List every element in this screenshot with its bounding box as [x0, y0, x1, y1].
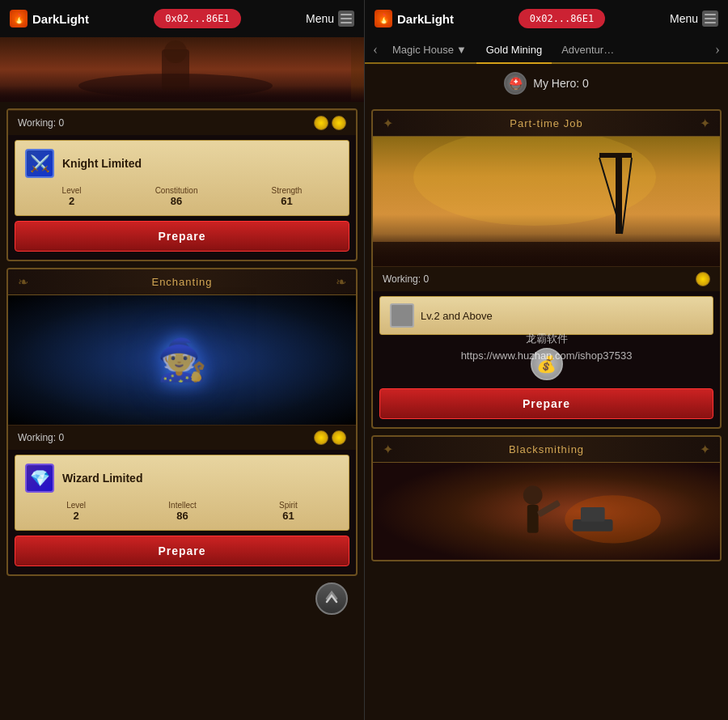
left-banner-art	[0, 37, 351, 102]
scroll-area	[0, 582, 364, 631]
menu-button-left[interactable]: Menu	[306, 11, 354, 27]
part-time-job-section: ✦ Part-time Job ✦	[371, 109, 722, 429]
svg-rect-7	[599, 153, 632, 158]
scroll-up-button[interactable]	[315, 582, 348, 615]
enchanting-title: Enchanting	[28, 276, 336, 288]
svg-rect-16	[527, 505, 539, 533]
wizard-stats: Level 2 Intellect 86 Spirit 61	[25, 501, 339, 522]
bs-ornament-left: ✦	[383, 442, 393, 457]
blacksmithing-header: ✦ Blacksmithing ✦	[373, 437, 720, 463]
brand-left: 🔥 DarkLight	[10, 10, 89, 28]
menu-label-left: Menu	[306, 12, 334, 25]
part-time-job-header: ✦ Part-time Job ✦	[373, 111, 720, 137]
ptj-coin-icons	[696, 272, 710, 286]
mining-art	[373, 137, 722, 266]
ptj-working-bar: Working: 0	[373, 266, 720, 291]
svg-rect-14	[581, 507, 605, 522]
svg-rect-10	[373, 242, 722, 266]
knight-name: Knight Limited	[62, 157, 142, 170]
knight-prepare-button[interactable]: Prepare	[15, 221, 349, 252]
reward-bag-icon: 💰	[531, 348, 563, 380]
wizard-stat-level: Level 2	[66, 501, 86, 522]
level-requirement: Lv.2 and Above	[379, 296, 713, 335]
tab-adventure[interactable]: Adventur…	[552, 37, 624, 62]
brand-icon-left: 🔥	[10, 10, 28, 28]
blacksmith-scene	[373, 463, 720, 560]
brand-icon-right: 🔥	[375, 10, 392, 28]
right-header: 🔥 DarkLight 0x02...86E1 Menu	[365, 0, 728, 37]
enchanting-working-bar: Working: 0	[8, 425, 356, 450]
tab-nav-right-arrow[interactable]: ›	[710, 38, 725, 61]
menu-icon-right	[702, 11, 718, 27]
right-panel: 🔥 DarkLight 0x02...86E1 Menu ‹ Magic Hou…	[364, 0, 728, 720]
enchanting-scene: 🧙	[8, 295, 356, 425]
knight-stats: Level 2 Constitution 86 Strength 61	[25, 186, 339, 207]
bs-ornament-right: ✦	[700, 442, 710, 457]
tab-navigation: ‹ Magic House ▼ Gold Mining Adventur… ›	[365, 37, 728, 64]
coin-3	[314, 430, 328, 445]
knight-stat-level: Level 2	[62, 186, 82, 207]
battling-working-bar: Working: 0	[8, 110, 356, 135]
reward-area: 💰	[373, 340, 720, 388]
magic-house-dropdown-icon: ▼	[456, 44, 467, 56]
enchanting-header: ❧ Enchanting ❧	[8, 269, 356, 295]
wizard-icon: 💎	[25, 464, 54, 493]
battling-working-text: Working: 0	[18, 117, 64, 129]
part-time-job-title: Part-time Job	[393, 117, 700, 129]
coin-5	[696, 272, 710, 286]
brand-right: 🔥 DarkLight	[375, 10, 454, 28]
wizard-prepare-button[interactable]: Prepare	[15, 536, 349, 566]
svg-point-3	[164, 40, 187, 63]
wizard-name: Wizard Limited	[62, 472, 142, 485]
tab-magic-house[interactable]: Magic House ▼	[383, 37, 476, 62]
enchanting-ornament-left: ❧	[18, 274, 28, 290]
enchanting-working-text: Working: 0	[18, 432, 64, 443]
enchanting-section: ❧ Enchanting ❧ 🧙 Working: 0	[6, 268, 358, 576]
knight-info-card: ⚔️ Knight Limited Level 2 Constitution 8…	[15, 140, 349, 216]
knight-header: ⚔️ Knight Limited	[25, 149, 339, 178]
enchanting-ornament-right: ❧	[336, 274, 346, 290]
left-header: 🔥 DarkLight 0x02...86E1 Menu	[0, 0, 364, 37]
blacksmith-art	[373, 463, 720, 560]
right-content: ⛑️ My Hero: 0 ✦ Part-time Job ✦	[365, 64, 728, 720]
knight-icon: ⚔️	[25, 149, 54, 178]
battling-coin-icons	[314, 116, 346, 130]
knight-stat-constitution: Constitution 86	[155, 186, 198, 207]
tab-nav-left-arrow[interactable]: ‹	[368, 38, 383, 61]
adventure-label: Adventur…	[561, 44, 614, 56]
wizard-info-card: 💎 Wizard Limited Level 2 Intellect 86 Sp…	[15, 455, 349, 531]
mining-scene	[373, 137, 720, 266]
ptj-ornament-right: ✦	[700, 116, 710, 131]
tab-gold-mining[interactable]: Gold Mining	[476, 37, 552, 64]
coin-4	[332, 430, 346, 445]
brand-name-right: DarkLight	[397, 12, 454, 26]
level-req-icon	[390, 303, 414, 328]
blacksmithing-section: ✦ Blacksmithing ✦	[371, 435, 722, 561]
level-req-text: Lv.2 and Above	[421, 310, 493, 322]
hero-helmet-icon: ⛑️	[504, 72, 527, 95]
hero-bar: ⛑️ My Hero: 0	[365, 64, 728, 103]
wizard-header: 💎 Wizard Limited	[25, 464, 339, 493]
gold-mining-label: Gold Mining	[486, 44, 542, 56]
brand-name-left: DarkLight	[32, 12, 89, 26]
left-panel: 🔥 DarkLight 0x02...86E1 Menu	[0, 0, 364, 720]
coin-2	[332, 116, 346, 130]
menu-icon-left	[338, 11, 354, 27]
chevron-up-icon	[324, 591, 340, 607]
wallet-button-left[interactable]: 0x02...86E1	[154, 9, 240, 28]
menu-button-right[interactable]: Menu	[670, 11, 718, 27]
wizard-stat-spirit: Spirit 61	[279, 501, 298, 522]
blacksmithing-title: Blacksmithing	[393, 443, 700, 455]
enchant-figure: 🧙	[157, 337, 207, 383]
bottom-spacer	[365, 568, 728, 584]
ptj-prepare-button[interactable]: Prepare	[379, 388, 713, 419]
ptj-ornament-left: ✦	[383, 116, 393, 131]
hero-count-text: My Hero: 0	[533, 77, 588, 90]
coin-1	[314, 116, 328, 130]
battling-section: Working: 0 ⚔️ Knight Limited Level 2	[6, 108, 358, 261]
menu-label-right: Menu	[670, 12, 698, 25]
svg-point-15	[523, 485, 543, 505]
wizard-stat-intellect: Intellect 86	[168, 501, 196, 522]
wallet-button-right[interactable]: 0x02...86E1	[518, 9, 605, 28]
knight-stat-strength: Strength 61	[272, 186, 303, 207]
